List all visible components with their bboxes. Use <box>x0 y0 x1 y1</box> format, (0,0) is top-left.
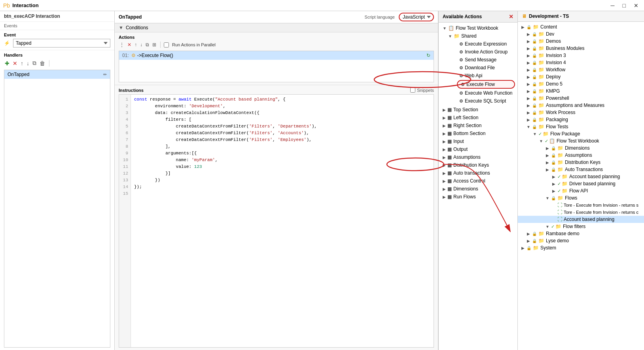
avail-expandable-bottom-section[interactable]: ▶ ▦ Bottom Section <box>439 129 517 137</box>
tree-item-label: Content <box>540 24 557 30</box>
avail-item-execute-web-function[interactable]: ⚙ Execute Web Function <box>450 89 517 97</box>
copy-action-button[interactable]: ⧉ <box>145 41 150 48</box>
avail-group-flow-test-workbook-header[interactable]: ▼ 📋 Flow Test Workbook <box>439 24 517 32</box>
tree-item-business-modules[interactable]: ▶ 🔒 📁 Business Modules <box>518 45 644 52</box>
tree-arrow-icon: ▶ <box>526 53 531 58</box>
avail-item-invoke-action-group[interactable]: ⚙ Invoke Action Group <box>450 48 517 56</box>
copy-handler-button[interactable]: ⧉ <box>32 59 37 67</box>
tree-item-assumptions-measures[interactable]: ▶ 🔒 📁 Assumptions and Measures <box>518 102 644 109</box>
delete-action-button[interactable]: ✕ <box>127 41 132 48</box>
move-action-down-button[interactable]: ↓ <box>139 41 143 48</box>
avail-expandable-access-control[interactable]: ▶ ▦ Access Control <box>439 177 517 185</box>
handler-item-ontapped[interactable]: OnTapped ✏ <box>4 70 110 79</box>
tree-item-label: Work Process <box>546 110 575 115</box>
tree-item-assumptions[interactable]: ▶ 🔒 📁 Assumptions <box>518 152 644 159</box>
minimize-button[interactable]: ─ <box>608 2 617 10</box>
action-row-num: 01: <box>122 53 129 58</box>
delete-handler-button[interactable]: ✕ <box>12 59 18 67</box>
move-action-up-button[interactable]: ↑ <box>134 41 138 48</box>
snippets-checkbox[interactable] <box>410 88 415 93</box>
maximize-button[interactable]: □ <box>620 2 628 10</box>
tree-item-kmpg[interactable]: ▶ 🔒 📁 KMPG <box>518 88 644 95</box>
tree-item-label: Demo 5 <box>546 81 563 87</box>
actions-menu-button[interactable]: ⋮ <box>119 41 125 48</box>
avail-expandable-right-section[interactable]: ▶ ▦ Right Section <box>439 122 517 129</box>
avail-item-execute-expression[interactable]: ⚙ Execute Expression <box>450 40 517 48</box>
tree-item-account-based-planning-flow[interactable]: ⛶ Account based planning <box>518 216 644 223</box>
folder-icon: 📁 <box>538 110 544 115</box>
group-action-button[interactable]: ⊞ <box>152 41 157 48</box>
tree-item-auto-transactions[interactable]: ▶ 🔒 📁 Auto Transactions <box>518 166 644 173</box>
avail-expandable-dimensions[interactable]: ▶ ▦ Dimensions <box>439 185 517 193</box>
actions-section: Actions ⋮ ✕ ↑ ↓ ⧉ ⊞ Run Actions in Paral… <box>115 32 438 85</box>
tree-item-flow-test-workbook[interactable]: ▼ ✓ 📋 Flow Test Workbook <box>518 137 644 145</box>
lock-icon: 🔒 <box>532 103 537 108</box>
tree-item-flow-package[interactable]: ▼ ✓ 📁 Flow Package <box>518 130 644 137</box>
tree-item-lyse-demo[interactable]: ▶ 🔒 📁 Lyse demo <box>518 237 644 244</box>
action-item-execute-flow[interactable]: 01: ⚙ ->Execute Flow() ↻ <box>119 51 434 60</box>
avail-item-web-api[interactable]: ⚙ Web Api <box>450 72 517 80</box>
script-language-select[interactable]: JavaScript <box>399 13 434 21</box>
instructions-section: Instructions Snippets 12345 678910 11121… <box>115 85 438 350</box>
tree-item-driver-based-planning[interactable]: ▶ ✓ 📁 Driver based planning <box>518 180 644 187</box>
tree-item-flow-tests[interactable]: ▼ 🔒 📁 Flow Tests <box>518 123 644 130</box>
run-parallel-label[interactable]: Run Actions in Parallel <box>164 42 216 48</box>
tree-arrow-icon: ▶ <box>526 118 531 122</box>
conditions-bar[interactable]: ▼ Conditions <box>115 23 438 32</box>
avail-item-execute-sql-script[interactable]: ⚙ Execute SQL Script <box>450 97 517 105</box>
avail-item-send-message[interactable]: ⚙ Send Message <box>450 56 517 64</box>
avail-expandable-input[interactable]: ▶ ▦ Input <box>439 137 517 145</box>
close-available-actions-button[interactable]: ✕ <box>509 13 513 20</box>
event-dropdown[interactable]: Tapped <box>13 39 110 48</box>
tree-arrow-icon: ▼ <box>526 125 531 129</box>
tree-item-dimensions[interactable]: ▶ 🔒 📁 Dimensions <box>518 145 644 152</box>
tree-item-flows[interactable]: ▼ 🔒 📁 Flows <box>518 194 644 202</box>
tree-item-content[interactable]: ▶ 🔒 📁 Content <box>518 23 644 30</box>
avail-expandable-run-flows[interactable]: ▶ ▦ Run Flows <box>439 193 517 201</box>
tree-item-invision-4[interactable]: ▶ 🔒 📁 Invision 4 <box>518 59 644 66</box>
lock-icon: 🔒 <box>532 96 537 101</box>
avail-item-execute-flow[interactable]: ⚙ Execute Flow <box>457 80 515 89</box>
add-handler-button[interactable]: ✚ <box>4 59 10 67</box>
tree-item-packaging[interactable]: ▶ 🔒 📁 Packaging <box>518 116 644 123</box>
tree-item-account-based-planning-sub[interactable]: ▶ ✓ 📁 Account based planning <box>518 173 644 180</box>
tree-item-tore-execute-c[interactable]: ⛶ Tore - Execute from Invision - returns… <box>518 209 644 216</box>
avail-expandable-auto-transactions[interactable]: ▶ ▦ Auto transactions <box>439 169 517 177</box>
tree-item-demos[interactable]: ▶ 🔒 📁 Demos <box>518 38 644 45</box>
tree-item-demo5[interactable]: ▶ 🔒 📁 Demo 5 <box>518 80 644 88</box>
close-button[interactable]: ✕ <box>631 2 641 10</box>
tree-item-deploy[interactable]: ▶ 🔒 📁 Deploy <box>518 73 644 80</box>
avail-expandable-distribution-keys[interactable]: ▶ ▦ Distribution Keys <box>439 161 517 169</box>
avail-expandable-assumptions[interactable]: ▶ ▦ Assumptions <box>439 153 517 161</box>
lock-icon: 🔒 <box>532 75 537 79</box>
avail-shared-header[interactable]: ▼ 📁 Shared <box>444 32 517 40</box>
lock-icon: 🔒 <box>532 61 537 65</box>
avail-expandable-top-section[interactable]: ▶ ▦ Top Section <box>439 106 517 114</box>
code-content[interactable]: const response = await Execute("Account … <box>131 95 434 347</box>
snippets-button[interactable]: Snippets <box>410 88 434 93</box>
tree-item-tore-execute-s[interactable]: ⛶ Tore - Execute from Invision - returns… <box>518 202 644 209</box>
tree-item-work-process[interactable]: ▶ 🔒 📁 Work Process <box>518 109 644 116</box>
tree-item-dev[interactable]: ▶ 🔒 📁 Dev <box>518 30 644 38</box>
tree-item-rambase-demo[interactable]: ▶ 🔒 📁 Rambase demo <box>518 230 644 237</box>
avail-expandable-output[interactable]: ▶ ▦ Output <box>439 145 517 153</box>
code-editor[interactable]: 12345 678910 1112131415 const response =… <box>119 94 434 348</box>
delete2-handler-button[interactable]: 🗑 <box>39 59 46 67</box>
move-down-handler-button[interactable]: ↓ <box>26 59 30 67</box>
tree-item-invision-3[interactable]: ▶ 🔒 📁 Invision 3 <box>518 52 644 59</box>
avail-item-download-file[interactable]: ⚙ Download File <box>450 64 517 72</box>
avail-expandable-left-section[interactable]: ▶ ▦ Left Section <box>439 114 517 122</box>
folder-icon: 📁 <box>533 24 539 30</box>
lock-icon: 🔒 <box>532 39 537 44</box>
move-up-handler-button[interactable]: ↑ <box>20 59 24 67</box>
tree-item-flow-filters[interactable]: ▼ ✓ 📁 Flow filters <box>518 223 644 230</box>
avail-group-flow-test-workbook: ▼ 📋 Flow Test Workbook ▼ 📁 Shared ⚙ <box>439 24 517 105</box>
middle-panel: OnTapped Script language JavaScript ▼ Co… <box>115 11 438 350</box>
tree-item-workflow[interactable]: ▶ 🔒 📁 Workflow <box>518 66 644 73</box>
handler-edit-icon[interactable]: ✏ <box>103 72 107 77</box>
tree-item-system[interactable]: ▶ 🔒 📁 System <box>518 244 644 251</box>
run-parallel-checkbox[interactable] <box>164 42 169 48</box>
tree-item-distribution-keys[interactable]: ▶ 🔒 📁 Distribution Keys <box>518 159 644 166</box>
tree-item-powershell[interactable]: ▶ 🔒 📁 Powershell <box>518 95 644 102</box>
tree-item-flow-api[interactable]: ▶ ✓ 📁 Flow API <box>518 187 644 194</box>
